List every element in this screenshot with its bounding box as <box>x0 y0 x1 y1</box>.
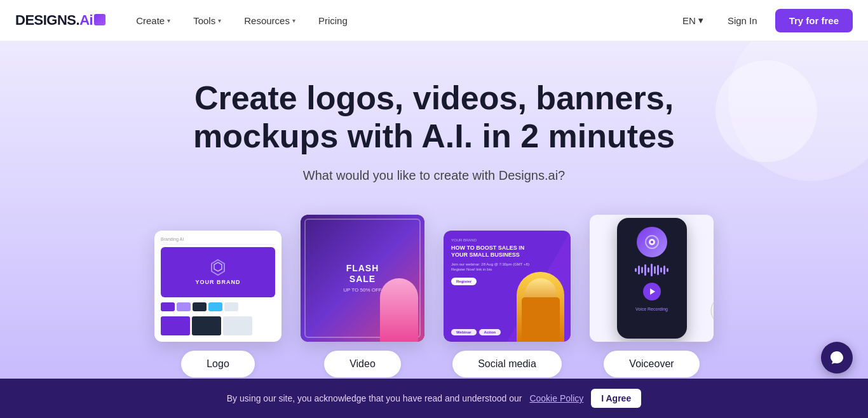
logo-designs: DESIGNS. <box>15 12 79 28</box>
video-button[interactable]: Video <box>324 351 401 377</box>
wave-2 <box>638 266 640 274</box>
voiceover-button[interactable]: Voiceover <box>604 351 699 377</box>
svg-point-4 <box>651 241 653 243</box>
logo-dot-icon <box>94 14 105 25</box>
wave-8 <box>657 265 659 275</box>
cookie-agree-button[interactable]: I Agree <box>591 389 641 408</box>
hex-icon <box>209 259 227 276</box>
nav-resources-label: Resources <box>244 15 290 26</box>
voice-mockup: Voice Recording <box>590 215 714 342</box>
voiceover-card-image: Voice Recording <box>590 215 714 342</box>
social-register-btn[interactable]: Register <box>451 278 477 285</box>
nav-right: EN ▾ Sign In Try for free <box>676 9 853 32</box>
video-mockup: FLASHSALE UP TO 50% OFF <box>301 215 424 342</box>
hero-subtitle: What would you like to create with Desig… <box>303 168 565 183</box>
sign-in-button[interactable]: Sign In <box>717 10 768 31</box>
face-body <box>522 297 560 342</box>
social-learn-btn[interactable]: Webinar <box>451 329 477 335</box>
music-icon <box>644 234 660 250</box>
swatch-light <box>224 302 238 311</box>
play-icon <box>648 288 656 295</box>
card-social: YOUR BRAND HOW TO BOOST SALES IN YOUR SM… <box>444 231 571 377</box>
thumb-2 <box>192 316 221 335</box>
try-for-free-button[interactable]: Try for free <box>775 9 853 32</box>
cookie-policy-link[interactable]: Cookie Policy <box>529 393 583 403</box>
play-button[interactable] <box>643 283 661 300</box>
social-mockup: YOUR BRAND HOW TO BOOST SALES IN YOUR SM… <box>444 231 571 342</box>
phone-circle <box>637 227 667 257</box>
voice-recording-label: Voice Recording <box>635 307 668 311</box>
phone-waveform <box>635 262 668 278</box>
video-card-image: FLASHSALE UP TO 50% OFF <box>301 215 424 342</box>
card-video: FLASHSALE UP TO 50% OFF Video <box>301 215 424 377</box>
social-card-image: YOUR BRAND HOW TO BOOST SALES IN YOUR SM… <box>444 231 571 342</box>
social-face <box>517 272 564 342</box>
navbar: DESIGNS.Ai Create ▾ Tools ▾ Resources ▾ … <box>0 0 868 41</box>
logo-mockup: Branding AI YOUR BRAND <box>154 231 281 342</box>
social-bottom-btns: Webinar Action <box>451 329 501 335</box>
nav-links: Create ▾ Tools ▾ Resources ▾ Pricing <box>126 10 676 31</box>
nav-resources[interactable]: Resources ▾ <box>234 10 306 31</box>
wave-4 <box>644 264 646 276</box>
svg-point-6 <box>711 299 714 322</box>
chevron-down-icon: ▾ <box>218 17 221 24</box>
cookie-banner: By using our site, you acknowledge that … <box>0 379 868 418</box>
mockup-thumbnails <box>161 316 275 335</box>
wave-3 <box>641 267 643 273</box>
cards-row: Branding AI YOUR BRAND <box>53 215 815 377</box>
social-media-button[interactable]: Social media <box>452 351 562 377</box>
logo-mockup-header: Branding AI <box>161 237 275 245</box>
nav-create-label: Create <box>136 15 165 26</box>
swatch-light-purple <box>177 302 191 311</box>
logo[interactable]: DESIGNS.Ai <box>15 12 105 29</box>
phone-device: Voice Recording <box>617 218 687 339</box>
video-person <box>380 278 418 342</box>
earbuds <box>688 288 714 335</box>
logo-card-image: Branding AI YOUR BRAND <box>154 231 281 342</box>
wave-10 <box>663 266 665 274</box>
hero-section: Create logos, videos, banners, mockups w… <box>0 41 868 418</box>
wave-7 <box>654 266 656 274</box>
earbuds-icon <box>688 288 714 333</box>
logo-ai: Ai <box>79 12 93 28</box>
nav-tools-label: Tools <box>193 15 215 26</box>
language-selector[interactable]: EN ▾ <box>676 11 710 30</box>
svg-marker-5 <box>650 288 655 295</box>
swatch-blue <box>208 302 222 311</box>
logo-button[interactable]: Logo <box>181 351 255 377</box>
cookie-text: By using our site, you acknowledge that … <box>227 393 522 403</box>
swatch-purple <box>161 302 175 311</box>
swatches <box>161 302 275 311</box>
wave-11 <box>667 268 668 272</box>
swatch-dark <box>193 302 207 311</box>
chat-bubble[interactable] <box>821 342 853 374</box>
wave-1 <box>635 268 637 272</box>
logo-text: DESIGNS.Ai <box>15 12 105 29</box>
nav-pricing-label: Pricing <box>318 15 348 26</box>
nav-pricing[interactable]: Pricing <box>308 10 358 31</box>
svg-marker-1 <box>214 262 222 271</box>
wave-9 <box>660 267 662 273</box>
social-action-btn[interactable]: Action <box>479 329 501 335</box>
thumb-1 <box>161 316 190 335</box>
chevron-down-icon: ▾ <box>698 15 703 26</box>
chevron-down-icon: ▾ <box>292 17 295 24</box>
wave-5 <box>648 267 649 273</box>
chevron-down-icon: ▾ <box>167 17 170 24</box>
card-voiceover: Voice Recording Voiceover <box>590 215 714 377</box>
flash-sale-text: FLASHSALE <box>343 263 381 285</box>
deco-circle-2 <box>728 41 868 181</box>
video-content: FLASHSALE UP TO 50% OFF <box>343 263 381 293</box>
logo-mockup-main: YOUR BRAND <box>161 247 275 297</box>
wave-6 <box>651 264 653 276</box>
chat-icon <box>829 350 844 365</box>
card-logo: Branding AI YOUR BRAND <box>154 231 281 377</box>
hero-title: Create logos, videos, banners, mockups w… <box>173 79 695 156</box>
nav-tools[interactable]: Tools ▾ <box>183 10 231 31</box>
nav-create[interactable]: Create ▾ <box>126 10 180 31</box>
lang-label: EN <box>682 15 696 26</box>
brand-label: YOUR BRAND <box>195 279 240 285</box>
flash-sale-sub: UP TO 50% OFF <box>343 287 381 293</box>
thumb-3 <box>223 316 252 335</box>
